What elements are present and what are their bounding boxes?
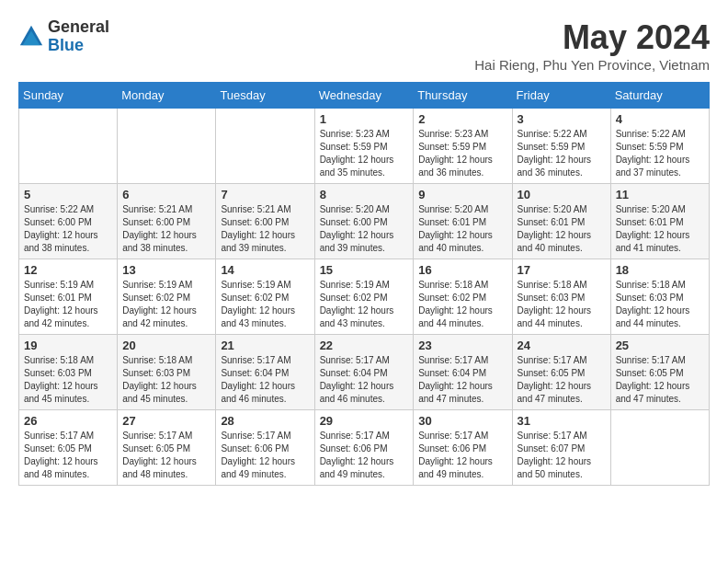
calendar-cell: 24Sunrise: 5:17 AM Sunset: 6:05 PM Dayli… <box>512 335 610 410</box>
calendar-cell: 20Sunrise: 5:18 AM Sunset: 6:03 PM Dayli… <box>118 335 216 410</box>
header-day-tuesday: Tuesday <box>216 83 314 109</box>
calendar-cell: 17Sunrise: 5:18 AM Sunset: 6:03 PM Dayli… <box>512 259 610 335</box>
calendar-cell: 7Sunrise: 5:21 AM Sunset: 6:00 PM Daylig… <box>216 184 314 259</box>
day-info: Sunrise: 5:22 AM Sunset: 5:59 PM Dayligh… <box>616 128 704 179</box>
calendar-cell: 4Sunrise: 5:22 AM Sunset: 5:59 PM Daylig… <box>610 109 709 184</box>
calendar-week-5: 26Sunrise: 5:17 AM Sunset: 6:05 PM Dayli… <box>19 410 710 486</box>
logo-blue-text: Blue <box>48 37 109 55</box>
calendar-cell: 9Sunrise: 5:20 AM Sunset: 6:01 PM Daylig… <box>414 184 512 259</box>
header-day-sunday: Sunday <box>19 83 118 109</box>
calendar-week-1: 1Sunrise: 5:23 AM Sunset: 5:59 PM Daylig… <box>19 109 710 184</box>
day-info: Sunrise: 5:17 AM Sunset: 6:06 PM Dayligh… <box>418 430 506 481</box>
logo-general-text: General <box>48 18 109 37</box>
day-info: Sunrise: 5:23 AM Sunset: 5:59 PM Dayligh… <box>320 128 409 179</box>
day-info: Sunrise: 5:22 AM Sunset: 6:00 PM Dayligh… <box>24 203 112 255</box>
day-number: 29 <box>320 414 409 428</box>
calendar-cell: 10Sunrise: 5:20 AM Sunset: 6:01 PM Dayli… <box>512 184 610 259</box>
header-day-saturday: Saturday <box>610 83 709 109</box>
day-info: Sunrise: 5:18 AM Sunset: 6:03 PM Dayligh… <box>616 279 704 330</box>
calendar-cell <box>19 109 118 184</box>
day-number: 19 <box>24 339 112 352</box>
calendar-cell: 19Sunrise: 5:18 AM Sunset: 6:03 PM Dayli… <box>19 335 118 410</box>
day-info: Sunrise: 5:18 AM Sunset: 6:02 PM Dayligh… <box>418 279 506 330</box>
header-day-wednesday: Wednesday <box>314 83 414 109</box>
day-number: 10 <box>518 188 606 201</box>
calendar-cell: 23Sunrise: 5:17 AM Sunset: 6:04 PM Dayli… <box>414 335 512 410</box>
day-info: Sunrise: 5:23 AM Sunset: 5:59 PM Dayligh… <box>418 128 506 179</box>
day-number: 5 <box>24 188 112 201</box>
day-info: Sunrise: 5:18 AM Sunset: 6:03 PM Dayligh… <box>122 354 210 406</box>
day-number: 21 <box>221 339 309 352</box>
day-info: Sunrise: 5:20 AM Sunset: 6:01 PM Dayligh… <box>518 203 606 255</box>
day-info: Sunrise: 5:17 AM Sunset: 6:06 PM Dayligh… <box>221 430 309 481</box>
day-info: Sunrise: 5:17 AM Sunset: 6:05 PM Dayligh… <box>122 430 210 481</box>
day-info: Sunrise: 5:21 AM Sunset: 6:00 PM Dayligh… <box>122 203 210 255</box>
day-info: Sunrise: 5:17 AM Sunset: 6:04 PM Dayligh… <box>320 354 409 406</box>
calendar-header: SundayMondayTuesdayWednesdayThursdayFrid… <box>19 83 710 109</box>
day-info: Sunrise: 5:21 AM Sunset: 6:00 PM Dayligh… <box>221 203 309 255</box>
logo[interactable]: General Blue <box>18 18 109 55</box>
day-number: 23 <box>418 339 506 352</box>
calendar-week-4: 19Sunrise: 5:18 AM Sunset: 6:03 PM Dayli… <box>19 335 710 410</box>
day-number: 30 <box>418 414 506 428</box>
calendar-table: SundayMondayTuesdayWednesdayThursdayFrid… <box>18 82 710 486</box>
title-section: May 2024 Hai Rieng, Phu Yen Province, Vi… <box>474 18 710 73</box>
calendar-cell: 18Sunrise: 5:18 AM Sunset: 6:03 PM Dayli… <box>610 259 709 335</box>
calendar-cell: 8Sunrise: 5:20 AM Sunset: 6:00 PM Daylig… <box>314 184 414 259</box>
calendar-cell: 14Sunrise: 5:19 AM Sunset: 6:02 PM Dayli… <box>216 259 314 335</box>
calendar-cell: 16Sunrise: 5:18 AM Sunset: 6:02 PM Dayli… <box>414 259 512 335</box>
day-number: 14 <box>221 263 309 277</box>
calendar-cell: 1Sunrise: 5:23 AM Sunset: 5:59 PM Daylig… <box>314 109 414 184</box>
day-number: 31 <box>518 414 606 428</box>
day-number: 2 <box>418 112 506 126</box>
calendar-cell: 30Sunrise: 5:17 AM Sunset: 6:06 PM Dayli… <box>414 410 512 486</box>
day-number: 7 <box>221 188 309 201</box>
calendar-cell: 27Sunrise: 5:17 AM Sunset: 6:05 PM Dayli… <box>118 410 216 486</box>
calendar-cell: 2Sunrise: 5:23 AM Sunset: 5:59 PM Daylig… <box>414 109 512 184</box>
day-number: 1 <box>320 112 409 126</box>
day-info: Sunrise: 5:17 AM Sunset: 6:05 PM Dayligh… <box>518 354 606 406</box>
day-info: Sunrise: 5:18 AM Sunset: 6:03 PM Dayligh… <box>518 279 606 330</box>
day-info: Sunrise: 5:19 AM Sunset: 6:02 PM Dayligh… <box>320 279 409 330</box>
day-number: 15 <box>320 263 409 277</box>
calendar-cell: 25Sunrise: 5:17 AM Sunset: 6:05 PM Dayli… <box>610 335 709 410</box>
calendar-cell: 12Sunrise: 5:19 AM Sunset: 6:01 PM Dayli… <box>19 259 118 335</box>
calendar-cell: 22Sunrise: 5:17 AM Sunset: 6:04 PM Dayli… <box>314 335 414 410</box>
day-number: 4 <box>616 112 704 126</box>
day-info: Sunrise: 5:20 AM Sunset: 6:00 PM Dayligh… <box>320 203 409 255</box>
calendar-week-2: 5Sunrise: 5:22 AM Sunset: 6:00 PM Daylig… <box>19 184 710 259</box>
calendar-cell: 21Sunrise: 5:17 AM Sunset: 6:04 PM Dayli… <box>216 335 314 410</box>
day-number: 22 <box>320 339 409 352</box>
day-info: Sunrise: 5:22 AM Sunset: 5:59 PM Dayligh… <box>518 128 606 179</box>
calendar-cell <box>216 109 314 184</box>
calendar-cell: 31Sunrise: 5:17 AM Sunset: 6:07 PM Dayli… <box>512 410 610 486</box>
calendar-week-3: 12Sunrise: 5:19 AM Sunset: 6:01 PM Dayli… <box>19 259 710 335</box>
day-number: 13 <box>122 263 210 277</box>
day-info: Sunrise: 5:17 AM Sunset: 6:06 PM Dayligh… <box>320 430 409 481</box>
header-day-friday: Friday <box>512 83 610 109</box>
day-info: Sunrise: 5:20 AM Sunset: 6:01 PM Dayligh… <box>616 203 704 255</box>
day-info: Sunrise: 5:17 AM Sunset: 6:05 PM Dayligh… <box>24 430 112 481</box>
calendar-body: 1Sunrise: 5:23 AM Sunset: 5:59 PM Daylig… <box>19 109 710 486</box>
page-header: General Blue May 2024 Hai Rieng, Phu Yen… <box>18 18 710 73</box>
day-number: 18 <box>616 263 704 277</box>
calendar-cell: 26Sunrise: 5:17 AM Sunset: 6:05 PM Dayli… <box>19 410 118 486</box>
day-info: Sunrise: 5:20 AM Sunset: 6:01 PM Dayligh… <box>418 203 506 255</box>
day-info: Sunrise: 5:19 AM Sunset: 6:02 PM Dayligh… <box>122 279 210 330</box>
day-number: 17 <box>518 263 606 277</box>
day-number: 24 <box>518 339 606 352</box>
location-text: Hai Rieng, Phu Yen Province, Vietnam <box>474 57 710 73</box>
calendar-cell: 13Sunrise: 5:19 AM Sunset: 6:02 PM Dayli… <box>118 259 216 335</box>
day-number: 3 <box>518 112 606 126</box>
day-number: 6 <box>122 188 210 201</box>
calendar-cell: 6Sunrise: 5:21 AM Sunset: 6:00 PM Daylig… <box>118 184 216 259</box>
calendar-cell: 28Sunrise: 5:17 AM Sunset: 6:06 PM Dayli… <box>216 410 314 486</box>
day-info: Sunrise: 5:19 AM Sunset: 6:01 PM Dayligh… <box>24 279 112 330</box>
day-number: 12 <box>24 263 112 277</box>
day-number: 11 <box>616 188 704 201</box>
header-day-monday: Monday <box>118 83 216 109</box>
day-number: 27 <box>122 414 210 428</box>
month-year-title: May 2024 <box>474 18 710 57</box>
day-number: 28 <box>221 414 309 428</box>
calendar-cell <box>118 109 216 184</box>
